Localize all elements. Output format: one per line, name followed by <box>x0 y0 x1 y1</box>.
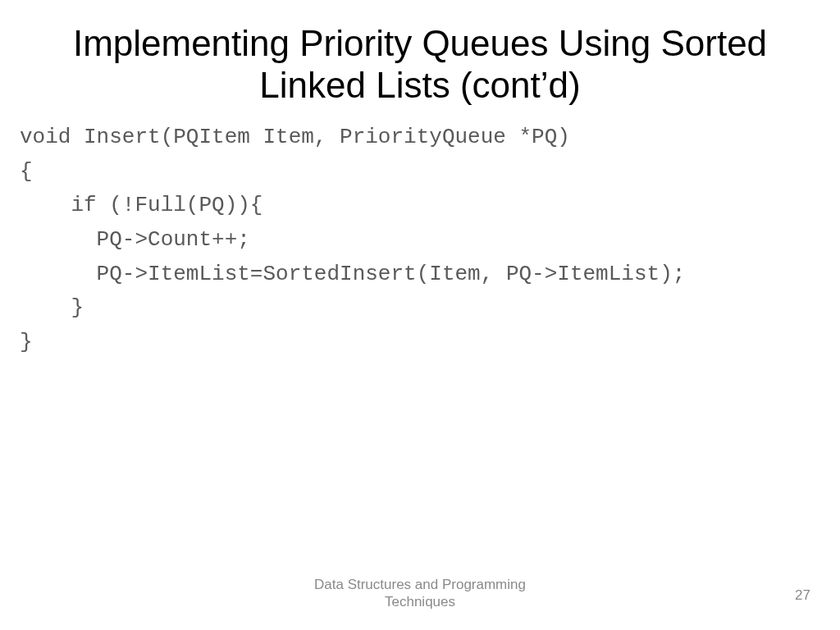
footer-line-2: Techniques <box>314 593 526 610</box>
code-line: } <box>20 295 84 320</box>
footer-line-1: Data Structures and Programming <box>314 576 526 593</box>
code-line: PQ->Count++; <box>20 227 250 252</box>
code-block: void Insert(PQItem Item, PriorityQueue *… <box>0 121 840 359</box>
code-line: if (!Full(PQ)){ <box>20 193 262 217</box>
page-number: 27 <box>795 587 810 604</box>
code-line: { <box>20 159 33 184</box>
footer: Data Structures and Programming Techniqu… <box>0 576 840 611</box>
code-line: void Insert(PQItem Item, PriorityQueue *… <box>20 125 570 149</box>
code-line: PQ->ItemList=SortedInsert(Item, PQ->Item… <box>20 262 685 286</box>
code-line: } <box>20 330 33 354</box>
slide: Implementing Priority Queues Using Sorte… <box>0 0 840 630</box>
slide-title: Implementing Priority Queues Using Sorte… <box>0 0 840 121</box>
footer-text: Data Structures and Programming Techniqu… <box>314 576 526 611</box>
